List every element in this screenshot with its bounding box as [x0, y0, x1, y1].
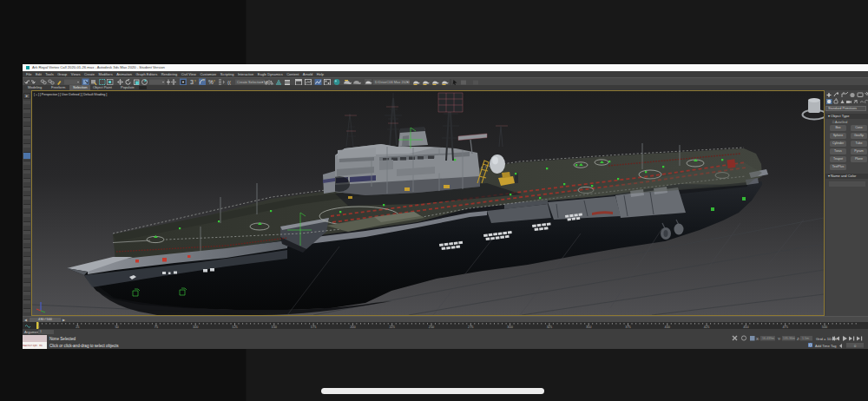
svg-text:X:: X: [756, 337, 760, 341]
svg-text:Z:: Z: [797, 337, 800, 341]
svg-text:?: ? [194, 79, 197, 83]
svg-text:Create Selection Se: Create Selection Se [237, 80, 268, 84]
svg-text:16.439m: 16.439m [762, 337, 774, 340]
svg-text:3: 3 [190, 79, 194, 85]
svg-text:Y:: Y: [778, 337, 781, 341]
svg-text:Add Time Tag: Add Time Tag [815, 344, 836, 348]
svg-text:{(: {( [227, 80, 231, 85]
svg-text:?: ? [214, 79, 216, 83]
svg-text:135.36m: 135.36m [783, 337, 795, 340]
svg-text:D:DriveC06 Max 2020: D:DriveC06 Max 2020 [375, 80, 410, 84]
svg-text:1.5m: 1.5m [802, 337, 809, 340]
